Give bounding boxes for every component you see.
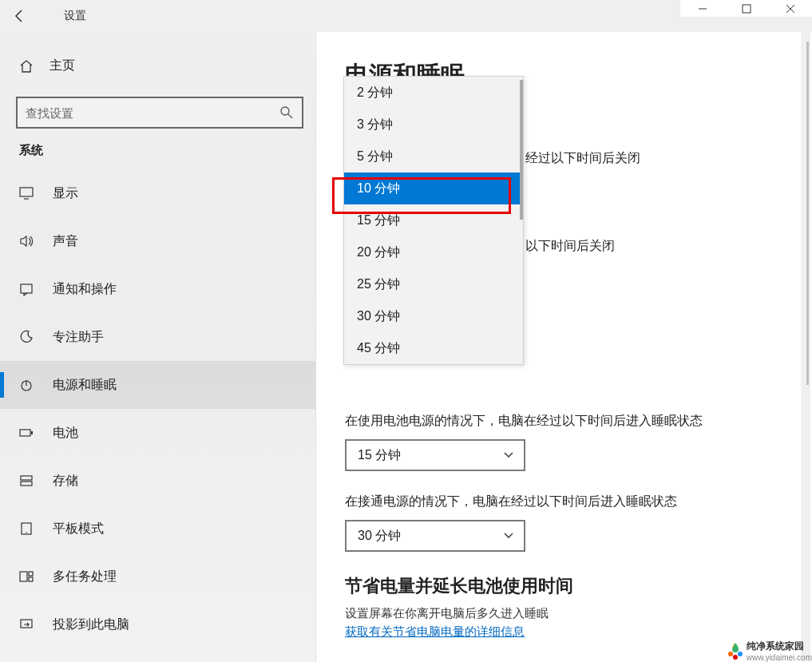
project-icon [19, 617, 37, 632]
search-input[interactable] [26, 106, 273, 120]
svg-rect-5 [20, 430, 30, 436]
dropdown-option[interactable]: 2 分钟 [344, 77, 523, 109]
search-icon [279, 105, 294, 120]
battery-icon [19, 426, 37, 440]
storage-icon [19, 474, 37, 488]
watermark: 纯净系统家园 www.yidaimei.com [724, 640, 812, 662]
close-button[interactable] [768, 0, 812, 17]
sidebar-item-label: 电源和睡眠 [53, 377, 117, 394]
svg-rect-0 [743, 5, 751, 13]
sidebar-item-1[interactable]: 声音 [0, 217, 315, 265]
moon-icon [19, 330, 37, 344]
svg-point-10 [26, 532, 27, 533]
svg-rect-13 [29, 577, 33, 581]
sidebar-item-label: 电池 [53, 425, 78, 442]
dropdown-option[interactable]: 3 分钟 [344, 109, 523, 141]
notification-icon [19, 282, 37, 296]
home-nav[interactable]: 主页 [0, 48, 315, 84]
sidebar-item-label: 专注助手 [53, 329, 104, 346]
sidebar-item-label: 显示 [53, 185, 78, 202]
svg-rect-6 [31, 431, 33, 434]
partial-label-2: 以下时间后关闭 [525, 238, 615, 255]
save-power-heading: 节省电量并延长电池使用时间 [345, 574, 812, 598]
back-button[interactable] [0, 0, 40, 32]
maximize-button[interactable] [724, 0, 768, 17]
watermark-url: www.yidaimei.com [747, 653, 812, 662]
dropdown-scrollbar[interactable] [520, 80, 523, 220]
svg-rect-14 [21, 620, 32, 628]
sidebar-item-8[interactable]: 多任务处理 [0, 553, 315, 601]
svg-rect-8 [21, 482, 32, 486]
dropdown-popup: 2 分钟3 分钟5 分钟10 分钟15 分钟20 分钟25 分钟30 分钟45 … [343, 76, 524, 365]
sidebar-item-label: 存储 [53, 473, 78, 490]
sleep-battery-label: 在使用电池电源的情况下，电脑在经过以下时间后进入睡眠状态 [345, 413, 812, 430]
sidebar-item-label: 投影到此电脑 [53, 616, 129, 633]
sidebar-item-3[interactable]: 专注助手 [0, 313, 315, 361]
sidebar-item-5[interactable]: 电池 [0, 409, 315, 457]
dropdown-option[interactable]: 10 分钟 [344, 172, 523, 204]
watermark-logo-icon [724, 640, 747, 662]
sleep-battery-value: 15 分钟 [358, 447, 401, 464]
sidebar: 主页 系统 显示声音通知和操作专注助手电源和睡眠电池存储平板模式多任务处理投影到… [0, 32, 316, 662]
content-scrollbar[interactable] [801, 32, 810, 662]
sidebar-item-4[interactable]: 电源和睡眠 [0, 361, 315, 409]
window-title: 设置 [64, 9, 86, 23]
search-box[interactable] [16, 97, 303, 129]
minimize-button[interactable] [680, 0, 724, 17]
monitor-icon [19, 186, 37, 200]
svg-rect-12 [29, 572, 33, 576]
dropdown-option[interactable]: 20 分钟 [344, 236, 523, 268]
chevron-down-icon [503, 530, 514, 541]
dropdown-option[interactable]: 30 分钟 [344, 300, 523, 332]
sidebar-item-label: 平板模式 [53, 521, 104, 537]
sidebar-item-6[interactable]: 存储 [0, 457, 315, 505]
sleep-battery-select[interactable]: 15 分钟 [345, 439, 525, 471]
save-power-body: 设置屏幕在你离开电脑后多久进入睡眠 [345, 606, 812, 621]
dropdown-option[interactable]: 25 分钟 [344, 268, 523, 300]
home-icon [19, 59, 34, 73]
svg-point-15 [728, 652, 733, 656]
svg-rect-7 [21, 476, 32, 480]
save-power-link[interactable]: 获取有关节省电脑电量的详细信息 [345, 624, 525, 638]
sidebar-item-0[interactable]: 显示 [0, 169, 315, 217]
home-label: 主页 [50, 57, 75, 74]
sleep-plugged-select[interactable]: 30 分钟 [345, 520, 525, 552]
svg-rect-2 [20, 188, 33, 196]
sleep-plugged-label: 在接通电源的情况下，电脑在经过以下时间后进入睡眠状态 [345, 494, 812, 510]
chevron-down-icon [503, 450, 514, 461]
svg-point-17 [733, 655, 738, 660]
partial-label-1: 经过以下时间后关闭 [525, 150, 640, 167]
sidebar-item-9[interactable]: 投影到此电脑 [0, 601, 315, 648]
watermark-name: 纯净系统家园 [747, 640, 804, 653]
speaker-icon [19, 234, 37, 248]
sidebar-item-2[interactable]: 通知和操作 [0, 265, 315, 313]
svg-point-16 [738, 652, 743, 656]
dropdown-option[interactable]: 5 分钟 [344, 141, 523, 172]
sleep-plugged-value: 30 分钟 [358, 528, 401, 545]
power-icon [19, 378, 37, 392]
multitask-icon [19, 569, 37, 584]
category-label: 系统 [19, 143, 315, 158]
dropdown-option[interactable]: 45 分钟 [344, 332, 523, 364]
svg-rect-11 [20, 572, 27, 581]
svg-point-1 [281, 107, 289, 115]
sidebar-item-label: 声音 [53, 233, 78, 250]
sidebar-item-label: 多任务处理 [53, 569, 117, 585]
svg-rect-3 [21, 284, 32, 293]
tablet-icon [19, 521, 37, 536]
sidebar-item-label: 通知和操作 [53, 281, 117, 298]
sidebar-item-7[interactable]: 平板模式 [0, 505, 315, 553]
dropdown-option[interactable]: 15 分钟 [344, 204, 523, 236]
